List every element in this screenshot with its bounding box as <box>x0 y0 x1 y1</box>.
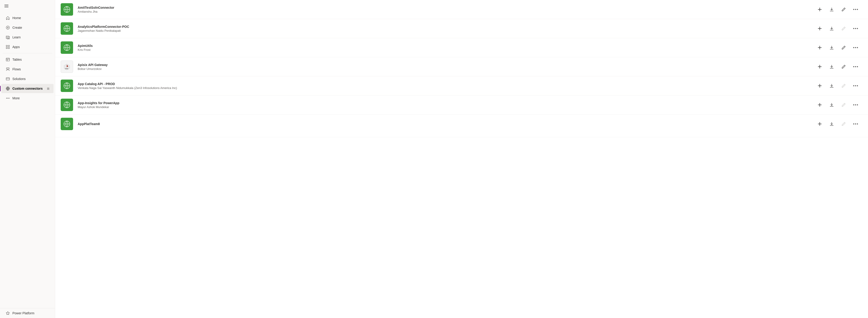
home-icon <box>5 16 10 20</box>
svg-point-35 <box>855 28 856 29</box>
sidebar-bottom: Power Platform <box>0 308 55 318</box>
svg-rect-9 <box>8 45 9 47</box>
connector-author-5: Venkata Naga Sai Yaswanth Nidumukkala (Z… <box>78 86 812 90</box>
download-button-6[interactable] <box>829 102 835 108</box>
add-button-3[interactable] <box>816 45 823 51</box>
apps-icon <box>5 45 10 49</box>
add-button-4[interactable] <box>816 63 823 70</box>
connector-actions-5 <box>816 83 859 89</box>
flows-icon <box>5 67 10 71</box>
sidebar-item-learn-label: Learn <box>12 35 21 39</box>
svg-text:APISIX: APISIX <box>65 68 68 69</box>
table-row: App Catalog API - PROD Venkata Naga Sai … <box>55 76 868 95</box>
svg-point-27 <box>855 9 856 10</box>
svg-point-68 <box>854 105 854 105</box>
svg-point-60 <box>854 86 854 86</box>
connector-name-3: ApimUtils <box>78 44 812 48</box>
connector-info-7: AppPlatTeam8 <box>78 122 812 126</box>
connector-actions-1 <box>816 6 859 13</box>
connector-name-2: AnalyticsPlatformConnector-POC <box>78 25 812 29</box>
sidebar-item-custom-connectors-label: Custom connectors <box>12 87 42 90</box>
svg-point-61 <box>855 86 856 86</box>
more-button-7[interactable] <box>852 121 859 127</box>
connector-info-5: App Catalog API - PROD Venkata Naga Sai … <box>78 82 812 90</box>
sidebar-item-learn[interactable]: Learn <box>1 33 54 42</box>
svg-rect-12 <box>6 58 9 61</box>
connector-name-6: App-Insights for PowerApp <box>78 101 812 105</box>
connector-icon-7 <box>61 118 73 130</box>
svg-point-78 <box>857 124 858 124</box>
connector-actions-6 <box>816 102 859 108</box>
hamburger-button[interactable] <box>0 0 55 13</box>
connector-actions-7 <box>816 121 859 127</box>
edit-button-1[interactable] <box>840 6 847 13</box>
connector-info-3: ApimUtils Kris Frost <box>78 44 812 52</box>
tables-icon <box>5 57 10 62</box>
download-button-1[interactable] <box>829 6 835 13</box>
table-row: App-Insights for PowerApp Mayur Ashok Mu… <box>55 95 868 115</box>
more-button-2[interactable] <box>852 25 859 32</box>
table-row: AppPlatTeam8 <box>55 115 868 137</box>
svg-point-70 <box>857 105 858 105</box>
add-button-1[interactable] <box>816 6 823 13</box>
svg-rect-10 <box>6 47 7 49</box>
svg-point-76 <box>854 124 854 124</box>
svg-point-54 <box>857 66 858 67</box>
connector-info-2: AnalyticsPlatformConnector-POC Jaganmoha… <box>78 25 812 32</box>
connector-name-1: AmitTestSolnConnector <box>78 6 812 9</box>
sidebar-item-more[interactable]: More <box>1 94 54 103</box>
create-icon <box>5 25 10 30</box>
edit-button-6 <box>840 102 847 108</box>
svg-point-62 <box>857 86 858 86</box>
main-content: AmitTestSolnConnector Amitanshu Jha <box>55 0 868 318</box>
sidebar-item-power-platform[interactable]: Power Platform <box>1 309 54 318</box>
add-button-6[interactable] <box>816 102 823 108</box>
download-button-3[interactable] <box>829 45 835 51</box>
sidebar-item-solutions-label: Solutions <box>12 77 26 81</box>
more-button-3[interactable] <box>852 45 859 51</box>
svg-point-43 <box>855 47 856 48</box>
svg-point-34 <box>854 28 854 29</box>
learn-icon <box>5 35 10 39</box>
download-button-7[interactable] <box>829 121 835 127</box>
more-button-1[interactable] <box>852 6 859 13</box>
connector-icon-5 <box>61 80 73 92</box>
download-button-5[interactable] <box>829 83 835 89</box>
sidebar-item-home[interactable]: Home <box>1 13 54 23</box>
svg-point-28 <box>857 9 858 10</box>
sidebar-item-flows[interactable]: Flows <box>1 65 54 74</box>
svg-point-42 <box>854 47 854 48</box>
more-button-5[interactable] <box>852 83 859 89</box>
table-row: APISIX Apisix API Gateway Bobur Umurzoko… <box>55 57 868 76</box>
svg-point-53 <box>855 66 856 67</box>
add-button-5[interactable] <box>816 83 823 89</box>
sidebar-item-create-label: Create <box>12 26 22 29</box>
edit-button-2 <box>840 25 847 32</box>
edit-button-3[interactable] <box>840 45 847 51</box>
add-button-2[interactable] <box>816 25 823 32</box>
more-button-6[interactable] <box>852 102 859 108</box>
sidebar-item-tables[interactable]: Tables <box>1 55 54 64</box>
table-row: ApimUtils Kris Frost <box>55 38 868 57</box>
svg-point-52 <box>854 66 854 67</box>
add-button-7[interactable] <box>816 121 823 127</box>
download-button-2[interactable] <box>829 25 835 32</box>
sidebar-item-home-label: Home <box>12 16 21 20</box>
power-platform-icon <box>5 311 10 315</box>
sidebar-item-custom-connectors[interactable]: Custom connectors ⊠ <box>1 84 54 93</box>
edit-button-7 <box>840 121 847 127</box>
download-button-4[interactable] <box>829 63 835 70</box>
connector-author-6: Mayur Ashok Mundekar <box>78 105 812 109</box>
svg-point-20 <box>9 98 9 98</box>
connector-icon-6 <box>61 99 73 111</box>
more-button-4[interactable] <box>852 63 859 70</box>
edit-button-4[interactable] <box>840 63 847 70</box>
sidebar-item-create[interactable]: Create <box>1 23 54 32</box>
sidebar-item-solutions[interactable]: Solutions <box>1 74 54 84</box>
edit-button-5 <box>840 83 847 89</box>
connector-author-2: Jaganmohan Naidu Penikalapati <box>78 29 812 32</box>
more-icon <box>5 96 10 100</box>
connector-actions-2 <box>816 25 859 32</box>
connector-name-4: Apisix API Gateway <box>78 63 812 67</box>
sidebar-item-apps[interactable]: Apps <box>1 42 54 52</box>
